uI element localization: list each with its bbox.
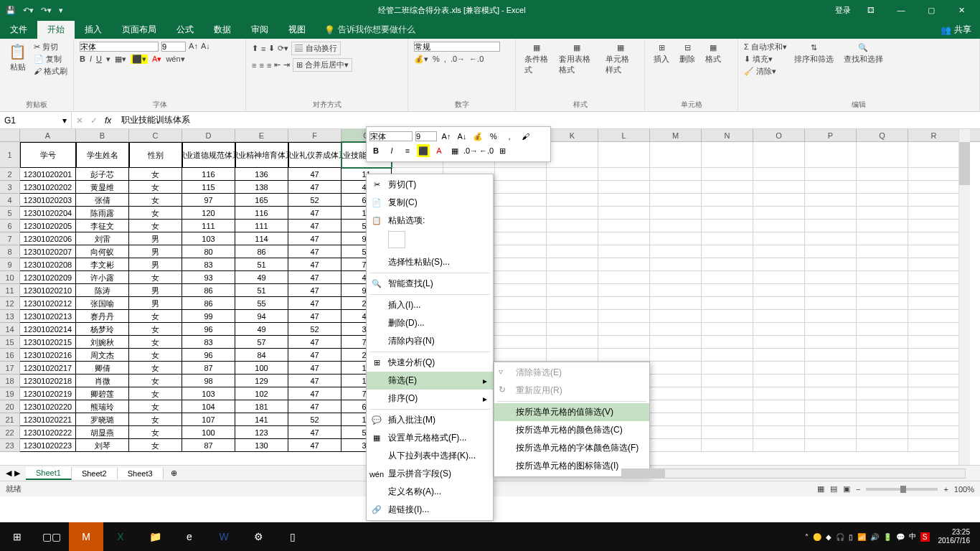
data-cell[interactable]: 47 (288, 258, 341, 271)
data-cell[interactable]: 102 (235, 387, 288, 400)
empty-cell[interactable] (495, 323, 547, 336)
empty-cell[interactable] (495, 349, 547, 362)
empty-cell[interactable] (857, 220, 908, 232)
font-name-input[interactable] (80, 42, 159, 52)
row-header[interactable]: 16 (0, 349, 20, 362)
empty-cell[interactable] (702, 142, 753, 168)
empty-cell[interactable] (495, 245, 547, 258)
empty-cell[interactable] (650, 375, 702, 387)
sheet-tab[interactable]: Sheet3 (118, 468, 164, 479)
empty-cell[interactable] (650, 439, 702, 452)
tab-formula[interactable]: 公式 (166, 21, 204, 39)
empty-cell[interactable] (908, 258, 960, 271)
data-cell[interactable]: 12301020203 (20, 194, 76, 207)
header-cell[interactable]: 职业礼仪养成体系 (288, 142, 341, 168)
mini-accounting-icon[interactable]: 💰 (471, 130, 484, 143)
tab-review[interactable]: 审阅 (241, 21, 278, 39)
empty-cell[interactable] (857, 207, 908, 220)
data-cell[interactable]: 向何蚁 (76, 245, 129, 258)
empty-cell[interactable] (702, 232, 753, 245)
redo-icon[interactable]: ↷▾ (41, 6, 52, 15)
data-cell[interactable]: 165 (235, 194, 288, 207)
cm-format-cells[interactable]: ▦设置单元格格式(F)... (367, 429, 493, 447)
empty-cell[interactable] (805, 220, 857, 232)
data-cell[interactable]: 47 (288, 168, 341, 181)
empty-cell[interactable] (702, 284, 753, 297)
empty-cell[interactable] (805, 310, 857, 323)
empty-cell[interactable] (857, 142, 908, 168)
cm-copy[interactable]: 📄复制(C) (367, 194, 493, 212)
empty-cell[interactable] (598, 232, 650, 245)
empty-cell[interactable] (805, 297, 857, 310)
col-header[interactable]: P (805, 129, 857, 141)
empty-cell[interactable] (547, 336, 598, 349)
empty-cell[interactable] (805, 362, 857, 375)
empty-cell[interactable] (598, 207, 650, 220)
data-cell[interactable]: 12301020201 (20, 168, 76, 181)
col-header[interactable]: Q (857, 129, 908, 141)
empty-cell[interactable] (805, 413, 857, 426)
empty-cell[interactable] (908, 323, 960, 336)
tab-nav-prev-icon[interactable]: ◀ (6, 468, 11, 478)
data-cell[interactable]: 男 (129, 284, 182, 297)
empty-cell[interactable] (702, 258, 753, 271)
data-cell[interactable]: 47 (288, 310, 341, 323)
data-cell[interactable]: 47 (288, 271, 341, 284)
data-cell[interactable]: 103 (182, 387, 235, 400)
row-header[interactable]: 11 (0, 284, 20, 297)
zoom-level[interactable]: 100% (954, 485, 974, 494)
data-cell[interactable]: 12301020219 (20, 387, 76, 400)
empty-cell[interactable] (598, 168, 650, 181)
mini-percent-icon[interactable]: % (487, 130, 500, 143)
empty-cell[interactable] (702, 297, 753, 310)
close-icon[interactable]: ✕ (951, 3, 971, 17)
empty-cell[interactable] (495, 168, 547, 181)
tab-home[interactable]: 开始 (37, 21, 75, 39)
empty-cell[interactable] (598, 310, 650, 323)
scrollbar-thumb[interactable] (622, 469, 665, 478)
data-cell[interactable]: 12301020220 (20, 400, 76, 413)
empty-cell[interactable] (908, 194, 960, 207)
data-cell[interactable]: 女 (129, 439, 182, 452)
empty-cell[interactable] (650, 297, 702, 310)
data-cell[interactable]: 87 (182, 439, 235, 452)
empty-cell[interactable] (857, 336, 908, 349)
fx-icon[interactable]: fx (105, 116, 111, 126)
data-cell[interactable]: 12301020217 (20, 362, 76, 375)
conditional-format-button[interactable]: ▦条件格式 (522, 42, 552, 77)
save-icon[interactable]: 💾 (6, 6, 16, 15)
empty-cell[interactable] (547, 168, 598, 181)
row-header[interactable]: 12 (0, 297, 20, 310)
add-sheet-button[interactable]: ⊕ (164, 468, 184, 478)
data-cell[interactable]: 男 (129, 245, 182, 258)
empty-cell[interactable] (753, 142, 805, 168)
view-layout-icon[interactable]: ▤ (830, 484, 837, 494)
insert-cell-button[interactable]: ⊞插入 (651, 42, 672, 66)
col-header[interactable]: L (598, 129, 650, 141)
tellme[interactable]: 💡告诉我你想要做什么 (316, 21, 424, 39)
empty-cell[interactable] (598, 258, 650, 271)
data-cell[interactable]: 181 (235, 400, 288, 413)
empty-cell[interactable] (547, 194, 598, 207)
empty-cell[interactable] (547, 323, 598, 336)
copy-button[interactable]: 📄 复制 (34, 54, 67, 65)
empty-cell[interactable] (650, 426, 702, 439)
mini-comma-icon[interactable]: , (503, 130, 516, 143)
login-link[interactable]: 登录 (835, 3, 851, 17)
zoom-out-icon[interactable]: − (856, 485, 860, 494)
empty-cell[interactable] (547, 207, 598, 220)
empty-cell[interactable] (908, 168, 960, 181)
mini-align-icon[interactable]: ≡ (401, 144, 414, 157)
data-cell[interactable]: 115 (182, 181, 235, 194)
empty-cell[interactable] (753, 362, 805, 375)
empty-cell[interactable] (650, 271, 702, 284)
explorer-icon[interactable]: 📁 (138, 522, 172, 551)
col-header[interactable]: R (908, 129, 960, 141)
empty-cell[interactable] (598, 220, 650, 232)
data-cell[interactable]: 肖微 (76, 375, 129, 387)
empty-cell[interactable] (598, 142, 650, 168)
empty-cell[interactable] (650, 245, 702, 258)
empty-cell[interactable] (753, 349, 805, 362)
sm-filter-by-font-color[interactable]: 按所选单元格的字体颜色筛选(F) (494, 439, 649, 457)
data-cell[interactable]: 12301020207 (20, 245, 76, 258)
